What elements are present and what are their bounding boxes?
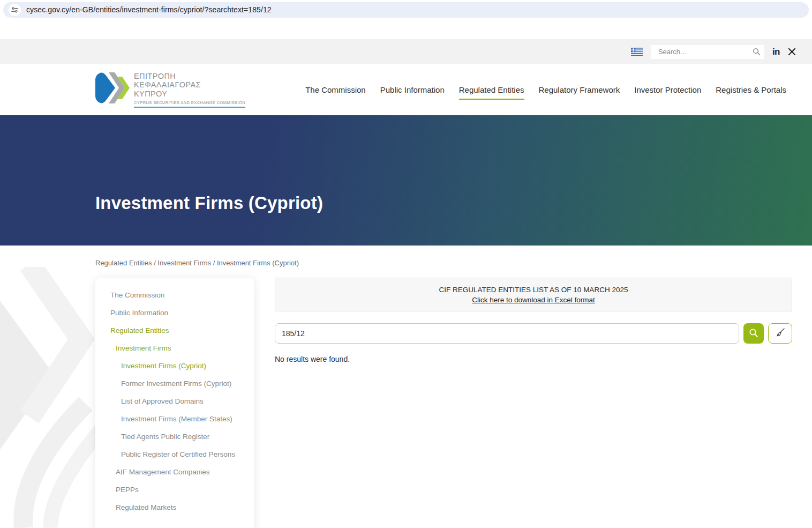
nav-registries-portals[interactable]: Registries & Portals: [716, 85, 786, 94]
clear-search-button[interactable]: [768, 323, 792, 344]
sidebar-item-approved-domains[interactable]: List of Approved Domains: [95, 392, 254, 410]
breadcrumb-separator: /: [211, 259, 217, 267]
topbar-search-icon[interactable]: [753, 48, 761, 58]
main-panel: CIF REGULATED ENTITIES LIST AS OF 10 MAR…: [275, 278, 792, 363]
sidebar-item-aif-management[interactable]: AIF Management Companies: [95, 463, 254, 481]
sidebar-item-investment-firms[interactable]: Investment Firms: [95, 339, 254, 357]
download-notice: CIF REGULATED ENTITIES LIST AS OF 10 MAR…: [275, 278, 792, 311]
search-icon: [749, 328, 758, 339]
site-settings-icon[interactable]: [9, 4, 21, 16]
sidebar-item-tied-agents[interactable]: Tied Agents Public Register: [95, 428, 254, 445]
page: cysec.gov.cy/en-GB/entities/investment-f…: [0, 0, 812, 528]
header-spacer: [0, 19, 812, 39]
breadcrumb: Regulated Entities / Investment Firms / …: [0, 246, 812, 267]
logo-greek-line: ΚΕΦΑΛΑΙΑΓΟΡΑΣ: [134, 80, 245, 89]
entity-search-row: [275, 323, 792, 344]
url-pill[interactable]: cysec.gov.cy/en-GB/entities/investment-f…: [3, 2, 809, 18]
sidebar-item-public-information[interactable]: Public Information: [95, 304, 254, 322]
nav-public-information[interactable]: Public Information: [380, 85, 445, 94]
notice-title: CIF REGULATED ENTITIES LIST AS OF 10 MAR…: [281, 285, 786, 295]
hero-banner: Investment Firms (Cypriot): [0, 115, 812, 246]
content-area: Regulated Entities / Investment Firms / …: [0, 246, 812, 528]
linkedin-icon[interactable]: in: [772, 47, 780, 57]
sidebar-item-regulated-entities[interactable]: Regulated Entities: [95, 322, 254, 339]
no-results-message: No results were found.: [275, 355, 792, 363]
breadcrumb-separator: /: [152, 259, 158, 267]
logo-english-line: CYPRUS SECURITIES AND EXCHANGE COMMISSIO…: [134, 100, 245, 108]
breadcrumb-regulated-entities[interactable]: Regulated Entities: [95, 259, 152, 267]
logo-text: ΕΠΙΤΡΟΠΗ ΚΕΦΑΛΑΙΑΓΟΡΑΣ ΚΥΠΡΟΥ CYPRUS SEC…: [134, 72, 245, 108]
breadcrumb-current-page: Investment Firms (Cypriot): [217, 259, 299, 267]
logo-chevrons-icon: [95, 72, 130, 104]
logo-greek-line: ΚΥΠΡΟΥ: [134, 90, 245, 98]
entity-search-input[interactable]: [275, 323, 739, 344]
logo-greek-line: ΕΠΙΤΡΟΠΗ: [134, 72, 245, 80]
greek-flag-language-icon[interactable]: [631, 48, 643, 56]
nav-the-commission[interactable]: The Commission: [305, 85, 366, 94]
nav-investor-protection[interactable]: Investor Protection: [634, 85, 701, 94]
content-columns: The Commission Public Information Regula…: [0, 267, 812, 528]
broom-clear-icon: [775, 328, 785, 339]
breadcrumb-investment-firms[interactable]: Investment Firms: [157, 259, 211, 267]
browser-url-bar: cysec.gov.cy/en-GB/entities/investment-f…: [0, 0, 812, 19]
cysec-logo[interactable]: ΕΠΙΤΡΟΠΗ ΚΕΦΑΛΑΙΑΓΟΡΑΣ ΚΥΠΡΟΥ CYPRUS SEC…: [95, 72, 245, 108]
sidebar-nav: The Commission Public Information Regula…: [95, 278, 254, 528]
site-header: ΕΠΙΤΡΟΠΗ ΚΕΦΑΛΑΙΑΓΟΡΑΣ ΚΥΠΡΟΥ CYPRUS SEC…: [0, 64, 812, 115]
excel-download-link[interactable]: Click here to download in Excel format: [472, 295, 595, 305]
sidebar-item-member-states[interactable]: Investment Firms (Member States): [95, 410, 254, 428]
main-nav: The Commission Public Information Regula…: [305, 85, 786, 94]
page-title: Investment Firms (Cypriot): [95, 193, 812, 213]
topbar-search-input[interactable]: [651, 45, 764, 59]
search-button[interactable]: [743, 323, 764, 344]
nav-regulatory-framework[interactable]: Regulatory Framework: [539, 85, 620, 94]
sidebar-item-pepps[interactable]: PEPPs: [95, 481, 254, 499]
topbar-search: [651, 45, 764, 59]
sidebar-item-the-commission[interactable]: The Commission: [95, 286, 254, 304]
nav-regulated-entities[interactable]: Regulated Entities: [459, 85, 524, 94]
utility-bar: in: [0, 39, 812, 64]
sidebar-item-investment-firms-cypriot[interactable]: Investment Firms (Cypriot): [95, 357, 254, 375]
url-text[interactable]: cysec.gov.cy/en-GB/entities/investment-f…: [26, 5, 272, 14]
x-twitter-icon[interactable]: [788, 48, 796, 56]
sidebar-item-regulated-markets[interactable]: Regulated Markets: [95, 499, 254, 516]
sidebar-item-certified-persons[interactable]: Public Register of Certified Persons: [95, 445, 254, 463]
sidebar-item-former-investment-firms[interactable]: Former Investment Firms (Cypriot): [95, 375, 254, 392]
